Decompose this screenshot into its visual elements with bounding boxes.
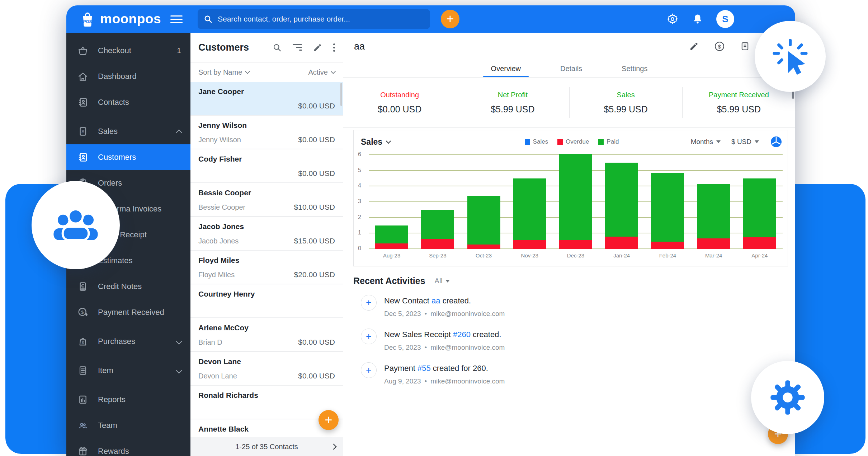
sidebar-item-credit-notes[interactable]: Credit Notes xyxy=(66,274,190,299)
settings-gear-icon[interactable] xyxy=(666,13,679,25)
meta-separator: • xyxy=(424,310,427,317)
activity-text-prefix: New Contact xyxy=(384,296,431,305)
add-customer-fab[interactable]: + xyxy=(319,410,339,430)
sidebar-item-dashboard[interactable]: Dashboard xyxy=(66,64,190,89)
legend-item-overdue[interactable]: Overdue xyxy=(557,138,589,145)
sidebar-item-contacts[interactable]: Contacts xyxy=(66,89,190,115)
overdue-segment xyxy=(467,245,500,249)
customer-amount: $0.00 USD xyxy=(298,102,335,110)
sort-dropdown[interactable]: Sort by Name xyxy=(198,68,249,76)
currency-dropdown[interactable]: $ USD xyxy=(731,138,759,146)
sidebar-item-rewards[interactable]: Rewards xyxy=(66,438,190,456)
sidebar-item-payment-received[interactable]: $Payment Received xyxy=(66,299,190,325)
sidebar-item-label: Orders xyxy=(98,178,122,188)
tab-overview[interactable]: Overview xyxy=(488,60,524,77)
edit-pencil-icon[interactable] xyxy=(313,43,322,52)
customer-name: Ronald Richards xyxy=(198,391,335,400)
tab-details[interactable]: Details xyxy=(557,60,585,77)
sidebar-item-purchases[interactable]: $Purchases xyxy=(66,329,190,354)
customer-name: Jane Cooper xyxy=(198,87,335,96)
stacked-bar xyxy=(559,154,592,249)
customer-subtitle: Devon Lane xyxy=(198,372,237,380)
activity-plus-icon[interactable]: + xyxy=(361,362,377,378)
quick-add-button[interactable]: + xyxy=(441,10,459,28)
customer-row[interactable]: Devon LaneDevon Lane$0.00 USD xyxy=(190,352,343,386)
activity-link[interactable]: aa xyxy=(431,296,440,305)
sidebar-item-item[interactable]: Item xyxy=(66,358,190,383)
sidebar-item-label: Sales xyxy=(98,127,118,136)
pie-chart-toggle-icon[interactable] xyxy=(770,135,783,148)
overdue-segment xyxy=(375,243,408,249)
customer-row[interactable]: Floyd MilesFloyd Miles$20.00 USD xyxy=(190,251,343,284)
activity-link[interactable]: #55 xyxy=(418,364,431,373)
bar-slot xyxy=(645,155,690,249)
overdue-segment xyxy=(651,242,684,249)
customer-row[interactable]: Bessie CooperBessie Cooper$10.00 USD xyxy=(190,183,343,217)
stat-label: Sales xyxy=(570,91,682,99)
sidebar-item-customers[interactable]: Customers xyxy=(66,144,190,170)
list-scrollbar[interactable] xyxy=(340,83,342,106)
sidebar-item-label: Contacts xyxy=(98,98,129,107)
user-avatar[interactable]: S xyxy=(716,10,734,28)
global-search[interactable] xyxy=(198,9,430,29)
sales-chart-card: Sales SalesOverduePaid Months $ USD xyxy=(353,130,788,266)
hamburger-menu-icon[interactable] xyxy=(170,13,183,25)
stacked-bar xyxy=(651,173,684,249)
x-axis-label: Mar-24 xyxy=(691,252,737,259)
next-page-chevron-icon[interactable] xyxy=(331,444,337,450)
sidebar-item-reports[interactable]: Reports xyxy=(66,387,190,413)
legend-item-paid[interactable]: Paid xyxy=(598,138,619,145)
customer-row[interactable]: Jenny WilsonJenny Wilson$0.00 USD xyxy=(190,116,343,149)
activity-date: Dec 5, 2023 xyxy=(384,344,421,351)
customer-row[interactable]: Jane Cooper$0.00 USD xyxy=(190,82,343,116)
customer-name: Bessie Cooper xyxy=(198,189,335,197)
paid-segment xyxy=(697,184,730,238)
activity-plus-icon[interactable]: + xyxy=(361,295,377,311)
cursor-click-overlay-circle xyxy=(755,21,826,92)
list-search-icon[interactable] xyxy=(272,43,282,52)
customer-row[interactable]: Cody Fisher$0.00 USD xyxy=(190,149,343,183)
tab-settings[interactable]: Settings xyxy=(619,60,650,77)
customer-row[interactable]: Arlene McCoyBrian D$0.00 USD xyxy=(190,318,343,352)
sidebar-item-team[interactable]: Team xyxy=(66,413,190,438)
activity-email: mike@mooninvoice.com xyxy=(430,377,505,385)
overdue-segment xyxy=(605,237,638,249)
search-input[interactable] xyxy=(217,14,424,24)
legend-item-sales[interactable]: Sales xyxy=(525,138,548,145)
paid-segment xyxy=(559,154,592,240)
customer-subtitle: Brian D xyxy=(198,338,222,346)
sales-doc-icon: $ xyxy=(77,126,89,137)
pagination-bar[interactable]: 1-25 of 35 Contacts xyxy=(190,437,343,456)
filter-icon[interactable] xyxy=(293,42,302,52)
chart-type-dropdown[interactable]: Sales xyxy=(361,137,390,147)
customer-row[interactable]: Jacob JonesJacob Jones$15.00 USD xyxy=(190,217,343,251)
contact-edit-pencil-icon[interactable] xyxy=(689,41,699,51)
legend-swatch xyxy=(557,139,563,145)
customer-name: Devon Lane xyxy=(198,357,335,366)
period-dropdown[interactable]: Months xyxy=(691,138,721,146)
statement-icon[interactable] xyxy=(740,41,750,51)
contacts-book-icon xyxy=(77,97,89,108)
activity-plus-icon[interactable]: + xyxy=(361,329,377,344)
sidebar-item-sales[interactable]: $Sales xyxy=(66,118,190,144)
notifications-bell-icon[interactable] xyxy=(692,13,703,25)
svg-text:$: $ xyxy=(81,310,84,315)
customer-subtitle: Jacob Jones xyxy=(198,237,239,245)
paid-segment xyxy=(651,173,684,242)
chevron-down-icon xyxy=(176,368,182,374)
customer-row[interactable]: Courtney Henry xyxy=(190,284,343,318)
activity-text-suffix: created. xyxy=(440,296,471,305)
more-options-icon[interactable] xyxy=(333,42,335,53)
customer-amount: $0.00 USD xyxy=(298,169,335,178)
activity-link[interactable]: #260 xyxy=(453,330,471,339)
activities-filter-dropdown[interactable]: All xyxy=(435,277,450,285)
customer-subtitle: Floyd Miles xyxy=(198,271,235,279)
status-filter-dropdown[interactable]: Active xyxy=(308,68,335,76)
x-axis-label: Jan-24 xyxy=(599,252,645,259)
chevron-down-icon xyxy=(176,339,182,345)
sidebar-item-checkout[interactable]: Checkout1 xyxy=(66,38,190,64)
dollar-circle-icon[interactable]: $ xyxy=(714,41,725,52)
sidebar-item-label: Dashboard xyxy=(98,72,137,81)
paid-segment xyxy=(605,163,638,237)
x-axis-label: Dec-23 xyxy=(553,252,599,259)
